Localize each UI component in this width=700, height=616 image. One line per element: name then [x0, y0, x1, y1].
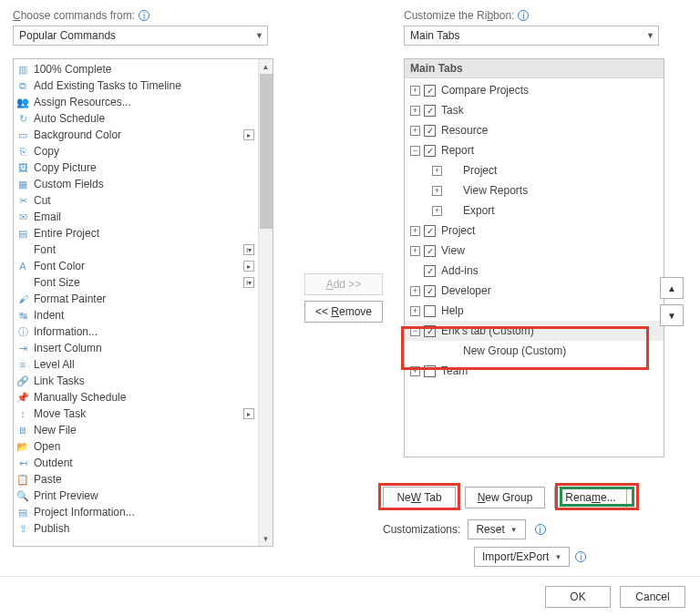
tree-node[interactable]: −✓Report — [405, 140, 664, 160]
checkbox[interactable]: ✓ — [424, 125, 436, 137]
command-item[interactable]: ⇥Insert Column — [14, 340, 258, 356]
command-item[interactable]: ⎘Copy — [14, 143, 258, 159]
command-item[interactable]: 🖌Format Painter — [14, 291, 258, 307]
move-up-button[interactable]: ▲ — [660, 277, 684, 299]
tree-node[interactable]: +✓Project — [405, 221, 664, 241]
tree-node-label: Task — [441, 104, 464, 117]
command-item[interactable]: 📌Manually Schedule — [14, 389, 258, 406]
command-item[interactable]: ⓘInformation... — [14, 323, 258, 340]
scrollbar[interactable]: ▲ ▼ — [258, 59, 273, 546]
checkbox[interactable]: ✓ — [424, 265, 436, 277]
command-item[interactable]: ↹Indent — [14, 307, 258, 323]
expand-icon[interactable]: + — [410, 366, 420, 376]
command-label: Manually Schedule — [34, 391, 126, 404]
checkbox[interactable]: ✓ — [424, 225, 436, 237]
submenu-icon: ▸ — [243, 261, 254, 272]
command-item[interactable]: ≡Level All — [14, 356, 258, 373]
chevron-down-icon: ▼ — [646, 31, 654, 40]
command-item[interactable]: ✉Email — [14, 209, 258, 225]
collapse-icon[interactable]: − — [410, 146, 420, 156]
expand-icon[interactable]: + — [410, 246, 420, 256]
collapse-icon[interactable]: − — [410, 326, 420, 336]
expand-icon[interactable]: + — [432, 166, 442, 176]
move-down-button[interactable]: ▼ — [660, 304, 684, 326]
command-item[interactable]: ▤Project Information... — [14, 504, 258, 520]
tree-header: Main Tabs — [405, 59, 664, 78]
command-item[interactable]: 🔍Print Preview — [14, 488, 258, 504]
checkbox[interactable]: ✓ — [424, 145, 436, 157]
rename-button[interactable]: Rename... — [554, 487, 627, 508]
command-item[interactable]: ↤Outdent — [14, 455, 258, 471]
tree-node[interactable]: ✓Add-ins — [405, 261, 664, 281]
command-item[interactable]: ▦Custom Fields — [14, 176, 258, 192]
expand-icon[interactable]: + — [410, 86, 420, 96]
command-item[interactable]: 📋Paste — [14, 471, 258, 488]
expand-icon[interactable]: + — [432, 186, 442, 196]
command-item[interactable]: ▭Background Color▸ — [14, 127, 258, 143]
tree-node[interactable]: New Group (Custom) — [405, 341, 664, 361]
expand-icon[interactable]: + — [410, 306, 420, 316]
command-item[interactable]: ▤Entire Project — [14, 225, 258, 241]
tree-node[interactable]: +✓Resource — [405, 120, 664, 140]
new-tab-button[interactable]: NeW Tab — [383, 487, 456, 508]
command-item[interactable]: ↻Auto Schedule — [14, 110, 258, 127]
expand-icon[interactable]: + — [410, 286, 420, 296]
checkbox[interactable] — [424, 305, 436, 317]
command-item[interactable]: AFont Color▸ — [14, 258, 258, 274]
tree-node[interactable]: +Export — [405, 200, 664, 221]
expand-icon[interactable]: + — [410, 126, 420, 136]
tree-node-label: Add-ins — [441, 264, 479, 277]
command-item[interactable]: 👥Assign Resources... — [14, 94, 258, 110]
checkbox[interactable]: ✓ — [424, 105, 436, 117]
help-icon[interactable]: i — [575, 551, 586, 562]
checkbox[interactable]: ✓ — [424, 245, 436, 257]
tree-node[interactable]: +Team — [405, 361, 664, 381]
tree-node[interactable]: +✓Task — [405, 100, 664, 120]
remove-button[interactable]: << Remove — [304, 301, 383, 323]
command-label: New File — [34, 424, 77, 436]
command-item[interactable]: ⧉Add Existing Tasks to Timeline — [14, 77, 258, 94]
command-item[interactable]: ✂Cut — [14, 192, 258, 209]
command-item[interactable]: 🔗Link Tasks — [14, 373, 258, 389]
tree-node[interactable]: +Help — [405, 301, 664, 321]
tree-node[interactable]: +Project — [405, 160, 664, 180]
checkbox[interactable]: ✓ — [424, 85, 436, 97]
help-icon[interactable]: i — [139, 10, 149, 21]
choose-commands-combo[interactable]: Popular Commands ▼ — [13, 26, 268, 46]
command-item[interactable]: ▥100% Complete — [14, 61, 258, 77]
command-item[interactable]: FontI▾ — [14, 241, 258, 258]
command-item[interactable]: 📂Open — [14, 438, 258, 455]
ribbon-tree[interactable]: Main Tabs +✓Compare Projects+✓Task+✓Reso… — [404, 58, 664, 457]
customize-ribbon-combo[interactable]: Main Tabs ▼ — [404, 26, 659, 46]
new-group-button[interactable]: New Group — [465, 487, 545, 508]
command-label: Publish — [34, 522, 69, 535]
command-item[interactable]: ↕Move Task▸ — [14, 406, 258, 422]
commands-listbox[interactable]: ▥100% Complete⧉Add Existing Tasks to Tim… — [13, 58, 273, 547]
tree-node[interactable]: +✓Compare Projects — [405, 80, 664, 100]
checkbox[interactable]: ✓ — [424, 285, 436, 297]
tree-node[interactable]: +✓Developer — [405, 281, 664, 301]
tree-node[interactable]: +View Reports — [405, 180, 664, 200]
reset-dropdown[interactable]: Reset ▼ — [468, 519, 525, 539]
checkbox[interactable] — [424, 365, 436, 377]
command-item[interactable]: ⇪Publish — [14, 520, 258, 537]
command-item[interactable]: 🗎New File — [14, 422, 258, 438]
expand-icon[interactable]: + — [410, 226, 420, 236]
import-export-dropdown[interactable]: Import/ExPort ▼ — [474, 547, 570, 567]
command-icon: ✉ — [15, 210, 30, 224]
help-icon[interactable]: i — [535, 524, 546, 535]
scroll-thumb[interactable] — [260, 74, 273, 229]
checkbox[interactable]: ✓ — [424, 325, 436, 337]
scroll-down-icon[interactable]: ▼ — [259, 531, 273, 546]
ok-button[interactable]: OK — [545, 586, 611, 608]
expand-icon[interactable]: + — [432, 206, 442, 216]
command-label: Print Preview — [34, 489, 98, 502]
expand-icon[interactable]: + — [410, 106, 420, 116]
tree-node[interactable]: −✓Erik's tab (Custom) — [405, 321, 664, 341]
scroll-up-icon[interactable]: ▲ — [259, 59, 273, 74]
cancel-button[interactable]: Cancel — [620, 586, 685, 608]
tree-node[interactable]: +✓View — [405, 241, 664, 261]
command-item[interactable]: Font SizeI▾ — [14, 274, 258, 291]
help-icon[interactable]: i — [518, 10, 529, 21]
command-item[interactable]: 🖼Copy Picture — [14, 159, 258, 176]
